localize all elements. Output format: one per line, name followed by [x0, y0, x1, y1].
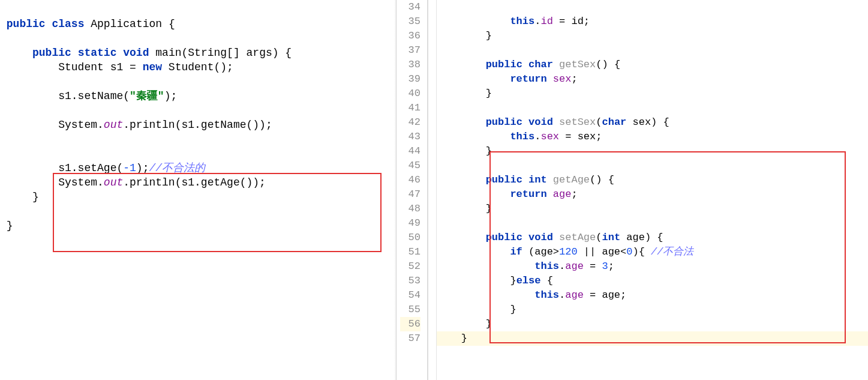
code-text: .println(s1.getName()); [123, 119, 272, 131]
keyword-class: class [52, 18, 84, 30]
line-number: 45 [400, 158, 421, 173]
right-editor[interactable]: 34 35 36 37 38 39 40 41 42 43 44 45 46 4… [400, 0, 868, 380]
code-text: s1.setName( [58, 90, 130, 102]
code-text: sex) { [626, 116, 669, 128]
keyword-public: public [7, 18, 46, 30]
string-literal: "秦疆" [130, 90, 164, 102]
method-signature: main(String[] args) { [155, 47, 292, 59]
keyword-public: public [486, 59, 522, 70]
code-text: = id; [553, 16, 590, 27]
line-number: 49 [400, 216, 421, 231]
field-sex: sex [553, 73, 572, 85]
line-number: 34 [400, 0, 421, 14]
brace: } [486, 88, 492, 99]
line-number: 39 [400, 72, 421, 86]
line-number-current: 56 [400, 317, 421, 331]
code-text: Student s1 = [58, 61, 142, 73]
code-text: Student(); [162, 61, 233, 73]
line-number: 57 [400, 331, 421, 346]
code-text: ); [136, 162, 149, 174]
line-number: 38 [400, 58, 421, 72]
keyword-public: public [486, 116, 522, 128]
line-number: 47 [400, 187, 421, 202]
line-number: 46 [400, 173, 421, 187]
line-number: 40 [400, 86, 421, 101]
line-number: 36 [400, 29, 421, 43]
line-number: 51 [400, 245, 421, 259]
right-code[interactable]: this.id = id; } public char getSex() { r… [437, 0, 868, 380]
line-number: 42 [400, 115, 421, 130]
keyword-char: char [528, 59, 553, 70]
keyword-this: this [510, 131, 534, 142]
line-number: 35 [400, 14, 421, 29]
line-number: 43 [400, 130, 421, 144]
static-field-out: out [104, 119, 123, 131]
class-name: Application { [91, 18, 175, 30]
brace: } [461, 333, 467, 344]
code-text: ; [571, 73, 577, 85]
code-text: () { [596, 59, 620, 70]
code-text: ); [164, 90, 178, 102]
fold-line-icon [427, 0, 428, 380]
field-id: id [540, 16, 552, 27]
editor-split-view: public class Application { public static… [0, 0, 868, 380]
line-number: 55 [400, 303, 421, 317]
code-text: . [534, 16, 540, 27]
line-number: 52 [400, 259, 421, 274]
brace: } [32, 191, 39, 203]
code-text: System. [58, 119, 104, 131]
brace: } [7, 220, 13, 232]
left-editor[interactable]: public class Application { public static… [0, 0, 396, 380]
keyword-void: void [123, 47, 149, 59]
code-text: ( [596, 116, 602, 128]
comment-illegal: //不合法的 [149, 162, 205, 174]
fold-gutter[interactable] [421, 0, 437, 380]
highlight-box-left [53, 173, 382, 252]
method-setSex: setSex [559, 116, 596, 128]
code-text: . [534, 131, 540, 142]
line-number: 41 [400, 101, 421, 115]
line-number: 50 [400, 231, 421, 245]
highlight-box-right [489, 151, 846, 343]
keyword-void: void [528, 116, 553, 128]
line-number: 54 [400, 288, 421, 303]
field-sex: sex [540, 131, 559, 142]
keyword-this: this [510, 16, 534, 27]
pane-divider[interactable] [396, 0, 400, 380]
keyword-public: public [32, 47, 71, 59]
line-number: 48 [400, 202, 421, 216]
line-numbers-gutter: 34 35 36 37 38 39 40 41 42 43 44 45 46 4… [400, 0, 421, 380]
code-text: = sex; [559, 131, 602, 142]
line-number: 53 [400, 274, 421, 288]
brace: } [486, 30, 492, 41]
line-number: 44 [400, 144, 421, 158]
keyword-static: static [78, 47, 117, 59]
code-text: s1.setAge( [58, 162, 123, 174]
line-number: 37 [400, 43, 421, 58]
method-getSex: getSex [559, 59, 596, 70]
keyword-return: return [510, 73, 552, 85]
number-literal: -1 [123, 162, 136, 174]
keyword-new: new [143, 61, 162, 73]
keyword-char: char [602, 116, 626, 128]
